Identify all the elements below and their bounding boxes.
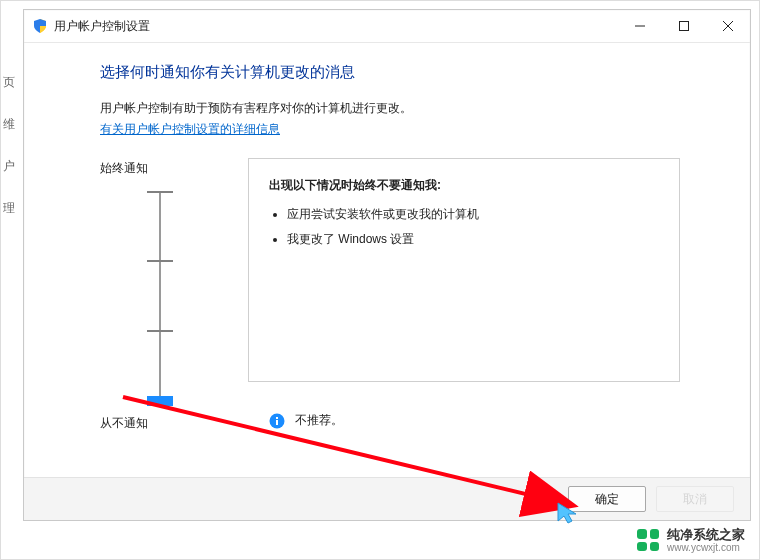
level-description-panel: 出现以下情况时始终不要通知我: 应用尝试安装软件或更改我的计算机 我更改了 Wi… bbox=[248, 158, 680, 382]
list-item: 我更改了 Windows 设置 bbox=[287, 231, 659, 248]
panel-list: 应用尝试安装软件或更改我的计算机 我更改了 Windows 设置 bbox=[287, 206, 659, 248]
watermark: 纯净系统之家 www.ycwxjt.com bbox=[637, 528, 745, 553]
page-description: 用户帐户控制有助于预防有害程序对你的计算机进行更改。 bbox=[100, 100, 680, 117]
shield-icon bbox=[32, 18, 48, 34]
watermark-name: 纯净系统之家 bbox=[667, 528, 745, 542]
screenshot-stage: 页 维 户 理 用户帐户控制设置 bbox=[0, 0, 760, 560]
list-item: 应用尝试安装软件或更改我的计算机 bbox=[287, 206, 659, 223]
minimize-icon bbox=[635, 21, 645, 31]
bg-hint-text: 维 bbox=[3, 103, 21, 145]
bg-hint-text: 页 bbox=[3, 61, 21, 103]
slider-thumb[interactable] bbox=[147, 396, 173, 406]
slider-top-label: 始终通知 bbox=[100, 160, 148, 177]
svg-rect-6 bbox=[276, 417, 278, 419]
bg-hint-text: 理 bbox=[3, 187, 21, 229]
svg-rect-1 bbox=[680, 22, 689, 31]
close-button[interactable] bbox=[706, 10, 750, 42]
uac-settings-window: 用户帐户控制设置 选择何时通知你有关计算机更改的消息 用户帐户控制有助于预防有害… bbox=[23, 9, 751, 521]
watermark-logo-icon bbox=[637, 529, 659, 551]
page-heading: 选择何时通知你有关计算机更改的消息 bbox=[100, 63, 680, 82]
window-buttons bbox=[618, 10, 750, 42]
recommendation-text: 不推荐。 bbox=[295, 412, 343, 429]
help-link[interactable]: 有关用户帐户控制设置的详细信息 bbox=[100, 121, 280, 138]
cancel-button[interactable]: 取消 bbox=[656, 486, 734, 512]
slider-tick bbox=[147, 260, 173, 262]
window-body: 选择何时通知你有关计算机更改的消息 用户帐户控制有助于预防有害程序对你的计算机进… bbox=[24, 43, 750, 478]
slider-bottom-label: 从不通知 bbox=[100, 415, 148, 432]
background-window-hints: 页 维 户 理 bbox=[3, 61, 21, 229]
maximize-icon bbox=[679, 21, 689, 31]
svg-rect-5 bbox=[276, 420, 278, 425]
watermark-url: www.ycwxjt.com bbox=[667, 542, 745, 553]
content-row: 始终通知 从不通知 出现以下情况时始终不要通知我: 应用尝试安装软件或更改我 bbox=[100, 158, 680, 432]
recommendation-row: 不推荐。 bbox=[269, 412, 343, 429]
slider-column: 始终通知 从不通知 bbox=[100, 158, 220, 432]
info-icon bbox=[269, 413, 285, 429]
slider-track bbox=[159, 191, 161, 401]
slider-tick bbox=[147, 330, 173, 332]
ok-button[interactable]: 确定 bbox=[568, 486, 646, 512]
minimize-button[interactable] bbox=[618, 10, 662, 42]
notification-level-slider[interactable] bbox=[125, 191, 195, 401]
titlebar: 用户帐户控制设置 bbox=[24, 10, 750, 43]
bg-hint-text: 户 bbox=[3, 145, 21, 187]
maximize-button[interactable] bbox=[662, 10, 706, 42]
close-icon bbox=[723, 21, 733, 31]
panel-title: 出现以下情况时始终不要通知我: bbox=[269, 177, 659, 194]
slider-tick bbox=[147, 191, 173, 193]
dialog-footer: 确定 取消 bbox=[24, 477, 750, 520]
window-title: 用户帐户控制设置 bbox=[54, 18, 150, 35]
watermark-text: 纯净系统之家 www.ycwxjt.com bbox=[667, 528, 745, 553]
